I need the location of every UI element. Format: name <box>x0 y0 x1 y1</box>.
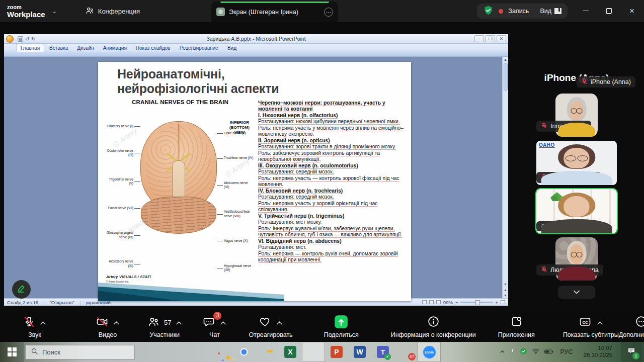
slide-scrollbar[interactable]: ▲ ▼ ▲ ▼ <box>502 57 508 298</box>
participant-tile[interactable]: Людмила Штепа <box>536 237 617 281</box>
ribbon-tab[interactable]: Главная <box>16 44 44 52</box>
slide-canvas: Нейроанатомічні, нейрофізіологічні аспек… <box>4 57 508 298</box>
nerve-label: Abducens nerve (VI) <box>217 181 254 189</box>
taskbar-app-button[interactable] <box>302 342 325 362</box>
nerve-label: Vagus nerve (X) <box>217 239 248 243</box>
slideshow-view-icon[interactable] <box>436 300 441 304</box>
chevron-up-icon[interactable] <box>220 318 226 327</box>
chevron-up-icon[interactable] <box>113 318 120 327</box>
ribbon-tab[interactable]: Дизайн <box>73 44 98 52</box>
participants-icon <box>85 6 94 17</box>
slide-text-line: III. Окоруховий нерв (n. oculomotorius) <box>258 163 404 169</box>
ribbon-tab[interactable]: Вид <box>223 44 240 52</box>
security-shield-icon[interactable] <box>483 5 494 18</box>
toolbar-label: Чат <box>209 331 220 338</box>
tray-icon[interactable] <box>520 347 527 357</box>
windows-taskbar: Поиск ✦✦✦ X <box>0 342 644 362</box>
participant-tile[interactable]: Alla Zaritska <box>536 189 617 233</box>
collapse-participants-button[interactable] <box>558 286 595 299</box>
taskbar-clock[interactable]: 10:07 28.10.2025 <box>583 345 612 359</box>
tray-icon[interactable] <box>510 347 515 357</box>
ppt-close-button[interactable]: ✕ <box>497 35 506 42</box>
taskbar-app-button[interactable]: X <box>279 342 302 362</box>
participant-name-pill: iPhone (Anna) <box>577 76 635 87</box>
language-indicator[interactable]: РУС <box>560 348 573 355</box>
toolbar-button[interactable]: Приложения <box>498 316 535 338</box>
annotate-button[interactable] <box>12 280 31 299</box>
tray-icon[interactable] <box>544 347 553 356</box>
tab-conference[interactable]: Конференция <box>85 6 140 17</box>
taskbar-app-button[interactable]: zoom <box>418 342 441 362</box>
nerve-label: Glossopharyngeal nerve (IX) <box>105 231 140 239</box>
search-placeholder: Поиск <box>42 348 60 356</box>
notification-center-button[interactable]: 1 <box>621 342 642 362</box>
start-button[interactable] <box>0 342 24 362</box>
close-button[interactable]: × <box>627 6 637 16</box>
diagram-credit: Artery VISUALS / STAT! © Artery Studios … <box>106 275 151 283</box>
gallery-view-icon <box>554 8 561 14</box>
participant-tile[interactable]: Irina Orlenko <box>536 94 617 137</box>
toolbar-label: Информация о конференции <box>391 331 476 338</box>
chevron-up-icon[interactable] <box>597 318 603 327</box>
sorter-view-icon[interactable] <box>429 300 434 304</box>
tab-shared-screen[interactable]: Экран (Штегеран Ірина) ⋯ <box>211 2 338 22</box>
normal-view-icon[interactable] <box>422 300 427 304</box>
zoom-in-icon[interactable]: + <box>495 300 498 305</box>
ribbon-tab[interactable]: Вставка <box>45 44 72 52</box>
ribbon-tab[interactable]: Показ слайдов <box>132 44 175 52</box>
taskbar-apps: ✦✦✦ X P <box>209 342 441 362</box>
zoom-slider[interactable] <box>460 302 493 303</box>
ribbon-tab[interactable]: Рецензирование <box>176 44 222 52</box>
slide-text-line: Роль: непряма — контроль рухів очей, доп… <box>258 251 404 263</box>
taskbar-app-button[interactable]: ✦✦✦ <box>209 342 232 362</box>
taskbar-app-button[interactable] <box>256 342 279 362</box>
zoom-out-icon[interactable]: − <box>455 300 458 305</box>
mic-muted-icon <box>541 266 547 274</box>
taskbar-app-button[interactable]: P <box>325 342 348 362</box>
toolbar-button[interactable]: CC Показать субтитры <box>563 316 619 338</box>
slide: Нейроанатомічні, нейрофізіологічні аспек… <box>98 62 411 301</box>
taskbar-search[interactable]: Поиск <box>25 345 135 359</box>
windows-logo-icon <box>8 347 17 356</box>
taskbar-app-button[interactable] <box>232 342 256 362</box>
meeting-toolbar: Звук Видео 57 У <box>0 312 644 342</box>
tab-options-icon[interactable]: ⋯ <box>324 8 333 17</box>
slide-text-line: Розташування: середній мозок. <box>258 169 404 175</box>
participant-tile[interactable]: ОАНО Штегеран Ірина <box>536 141 617 185</box>
toolbar-button[interactable]: 57 Участники <box>147 316 182 338</box>
taskbar-app-button[interactable]: 47 <box>394 342 418 362</box>
toolbar-button[interactable]: Дополнительно <box>619 316 644 338</box>
ppt-minimize-button[interactable]: — <box>474 35 484 42</box>
toolbar-button[interactable]: Информация о конференции <box>391 316 476 338</box>
powerpoint-window-title: Зарицька А.В.pptx - Microsoft PowerPoint <box>4 36 508 42</box>
chevron-up-icon[interactable] <box>276 318 283 327</box>
tray-icon[interactable] <box>500 347 505 356</box>
chevron-up-icon[interactable] <box>176 318 182 327</box>
toolbar-button[interactable]: 3 Чат <box>202 316 226 338</box>
badge: 3 <box>213 312 221 320</box>
taskbar-app-button[interactable]: T✓ <box>371 342 394 362</box>
nerve-label: Olfactory nerve (I) <box>107 124 140 128</box>
chevron-up-icon[interactable] <box>40 318 46 327</box>
restore-button[interactable] <box>604 7 614 16</box>
toolbar-icon <box>23 316 35 330</box>
toolbar-button[interactable]: Поделиться <box>324 316 359 338</box>
minimize-button[interactable] <box>581 7 591 16</box>
participants-sidebar: iPhone (Anna) iPhone (Anna) <box>509 22 644 312</box>
ribbon-tab[interactable]: Анимация <box>99 44 131 52</box>
toolbar-button[interactable]: Отреагировать <box>249 316 292 338</box>
slide-text-line: Розташування: середній мозок. <box>258 194 404 200</box>
video-logo: ОАНО <box>539 142 555 148</box>
slide-text-line: Роль: непряма участь у зоровій орієнтаці… <box>258 201 404 213</box>
mic-muted-icon <box>581 78 588 86</box>
fit-to-window-icon[interactable] <box>501 300 505 304</box>
toolbar-button[interactable]: Звук <box>23 316 46 338</box>
slide-text-line: Розташування: міст. <box>258 244 404 250</box>
chevron-down-icon[interactable]: ⌄ <box>52 8 57 15</box>
toolbar-button[interactable]: Видео <box>96 316 120 338</box>
recording-pill: Запись Вид <box>477 4 568 19</box>
tray-icon[interactable] <box>532 347 540 356</box>
taskbar-app-button[interactable]: W <box>348 342 371 362</box>
ppt-restore-button[interactable]: ❒ <box>486 35 495 42</box>
view-button[interactable]: Вид <box>540 8 561 15</box>
